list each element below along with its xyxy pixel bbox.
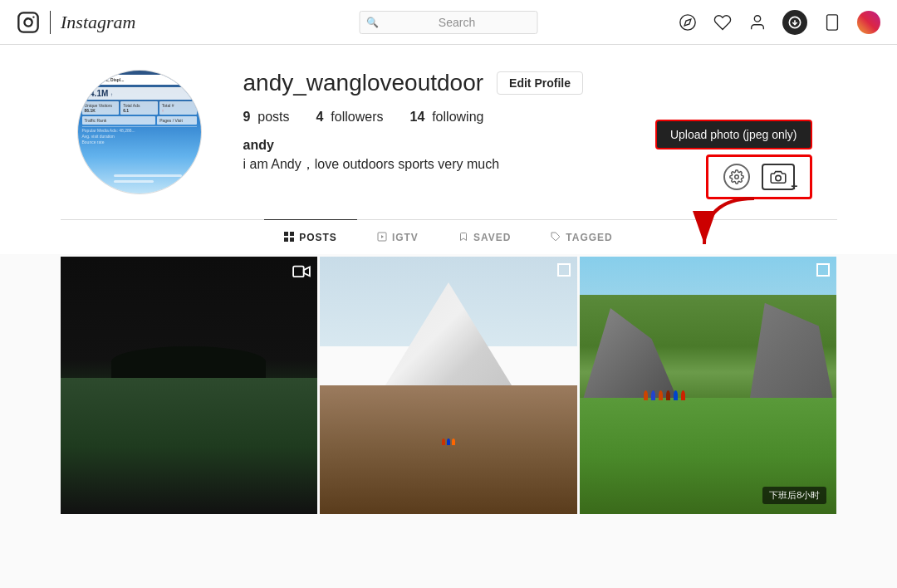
tab-posts-label: POSTS [299,232,337,243]
igtv-icon [377,231,387,244]
header-divider [50,11,51,34]
header-icons [678,10,880,35]
square-icon-2 [816,263,830,277]
tab-saved-label: SAVED [473,232,511,243]
profile-section: inks, Traffic, Displ... 44.1M ↑ Unique V… [61,45,837,211]
upload-tooltip-area: Upload photo (jpeg only) [655,120,812,199]
tab-tagged-label: TAGGED [566,232,612,243]
phone-icon[interactable] [822,12,842,32]
header-left: Instagram [17,11,135,34]
profile-avatar[interactable]: inks, Traffic, Displ... 44.1M ↑ Unique V… [77,70,202,194]
tab-saved[interactable]: SAVED [439,220,531,254]
svg-rect-0 [18,12,37,32]
person-icon[interactable] [748,12,767,32]
instagram-logo-icon [17,11,40,34]
download-icon[interactable] [782,10,807,35]
svg-marker-17 [381,235,384,238]
compass-icon[interactable] [678,12,698,32]
red-arrow-indicator [688,194,771,261]
tab-igtv-label: IGTV [392,232,419,243]
svg-point-2 [680,14,695,29]
followers-label: followers [331,110,383,124]
svg-rect-19 [293,267,304,277]
tab-igtv[interactable]: IGTV [357,220,439,254]
photo-item[interactable] [61,257,318,514]
svg-rect-13 [290,232,294,236]
video-icon [292,263,311,282]
followers-stat: 4 followers [316,110,384,125]
svg-rect-15 [290,238,294,242]
header-logo-text: Instagram [61,12,135,33]
photos-grid: 下班后8小时 [61,257,837,514]
search-input[interactable] [360,11,538,34]
posts-grid-icon [284,231,294,244]
posts-count: 9 [243,110,251,124]
search-input-wrap: 🔍 [360,11,538,34]
following-count: 14 [409,110,424,124]
camera-plus-icon: + [791,180,797,192]
posts-label: posts [257,110,289,124]
heart-icon[interactable] [713,12,733,32]
svg-marker-20 [304,267,310,277]
settings-gear-icon[interactable] [723,164,750,190]
svg-point-9 [734,175,738,179]
saved-icon [458,231,468,244]
following-stat: 14 following [409,110,483,125]
tagged-icon [551,231,561,244]
search-icon: 🔍 [366,17,379,28]
tab-tagged[interactable]: TAGGED [531,220,632,254]
followers-count: 4 [316,110,324,124]
following-label: following [432,110,483,124]
upload-tooltip: Upload photo (jpeg only) [655,120,812,149]
photo-item[interactable] [320,257,577,514]
profile-username: andy_wangloveoutdoor [243,70,484,96]
tab-posts[interactable]: POSTS [264,219,357,254]
upload-icons-row: + [706,154,812,199]
watermark: 下班后8小时 [762,487,826,504]
header: Instagram 🔍 [0,0,897,45]
svg-point-4 [754,15,760,21]
profile-top-row: andy_wangloveoutdoor Edit Profile [243,70,821,96]
header-search: 🔍 [360,11,538,34]
user-avatar[interactable] [857,11,880,34]
svg-rect-7 [827,14,838,29]
edit-profile-button[interactable]: Edit Profile [497,71,583,95]
camera-add-icon[interactable]: + [762,164,795,190]
photo-item[interactable]: 下班后8小时 [580,257,837,514]
svg-rect-14 [284,238,288,242]
posts-stat: 9 posts [243,110,290,125]
square-icon [557,263,571,277]
svg-marker-3 [684,19,691,26]
svg-rect-12 [284,232,288,236]
svg-point-10 [775,175,780,180]
